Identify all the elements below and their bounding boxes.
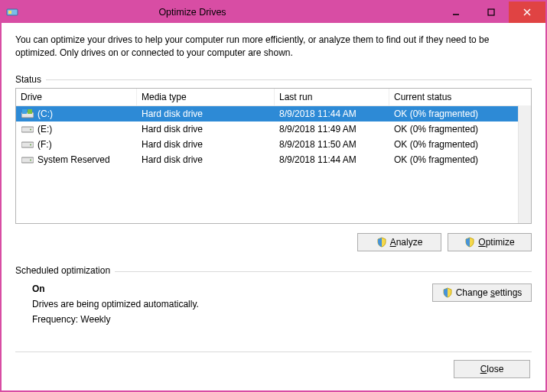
intro-text: You can optimize your drives to help you… bbox=[15, 34, 532, 60]
drive-name: (E:) bbox=[37, 124, 52, 134]
window-controls bbox=[438, 2, 545, 23]
drive-name: (F:) bbox=[37, 139, 52, 150]
hdd-icon bbox=[21, 140, 34, 149]
drive-media: Hard disk drive bbox=[137, 136, 275, 153]
drive-row[interactable]: (E:) Hard disk drive 8/9/2018 11:49 AM O… bbox=[16, 121, 531, 137]
titlebar[interactable]: Optimize Drives bbox=[2, 2, 545, 23]
optimize-button[interactable]: Optimize bbox=[448, 233, 532, 251]
drive-status: OK (0% fragmented) bbox=[389, 151, 531, 168]
shield-icon bbox=[376, 237, 387, 248]
status-section: Status Drive Media type Last run Current… bbox=[15, 74, 532, 265]
col-current-status[interactable]: Current status bbox=[389, 89, 531, 105]
sched-text: On Drives are being optimized automatica… bbox=[32, 283, 199, 329]
drive-last-run: 8/9/2018 11:44 AM bbox=[275, 151, 389, 168]
drive-row[interactable]: System Reserved Hard disk drive 8/9/2018… bbox=[16, 152, 531, 167]
action-buttons: Analyze Optimize bbox=[15, 233, 532, 251]
svg-rect-8 bbox=[28, 109, 32, 114]
col-media[interactable]: Media type bbox=[137, 89, 275, 105]
window-title: Optimize Drives bbox=[0, 7, 438, 18]
close-button[interactable] bbox=[509, 2, 545, 23]
svg-point-12 bbox=[30, 144, 31, 145]
divider bbox=[15, 352, 532, 352]
sched-label: Scheduled optimization bbox=[15, 265, 110, 276]
svg-rect-9 bbox=[21, 127, 34, 132]
hdd-icon bbox=[21, 155, 34, 164]
hdd-icon bbox=[21, 125, 34, 134]
close-dialog-button[interactable]: Close bbox=[454, 360, 530, 378]
drive-row[interactable]: (F:) Hard disk drive 8/9/2018 11:50 AM O… bbox=[16, 137, 531, 152]
shield-icon bbox=[442, 287, 453, 298]
maximize-button[interactable] bbox=[474, 2, 509, 23]
os-drive-icon bbox=[21, 109, 34, 118]
drive-status: OK (0% fragmented) bbox=[389, 136, 531, 153]
svg-rect-3 bbox=[488, 9, 494, 15]
optimize-drives-window: Optimize Drives You can optimize your dr… bbox=[0, 0, 547, 392]
col-last-run[interactable]: Last run bbox=[275, 89, 389, 105]
drive-name: System Reserved bbox=[37, 154, 110, 165]
footer: Close bbox=[15, 360, 532, 380]
drive-media: Hard disk drive bbox=[137, 121, 275, 138]
analyze-button[interactable]: Analyze bbox=[357, 233, 441, 251]
drive-media: Hard disk drive bbox=[137, 106, 275, 122]
shield-icon bbox=[464, 237, 475, 248]
drive-last-run: 8/9/2018 11:44 AM bbox=[275, 106, 389, 122]
svg-point-10 bbox=[30, 128, 31, 130]
svg-rect-11 bbox=[21, 142, 34, 147]
col-drive[interactable]: Drive bbox=[16, 89, 137, 105]
minimize-button[interactable] bbox=[438, 2, 474, 23]
drive-name: (C:) bbox=[37, 109, 53, 119]
drives-rows: (C:) Hard disk drive 8/9/2018 11:44 AM O… bbox=[16, 106, 531, 223]
divider bbox=[115, 271, 532, 272]
change-settings-button[interactable]: Change settings bbox=[432, 283, 532, 302]
sched-freq: Frequency: Weekly bbox=[32, 314, 199, 325]
svg-rect-7 bbox=[22, 109, 27, 114]
drives-list[interactable]: Drive Media type Last run Current status… bbox=[15, 88, 532, 224]
drive-status: OK (0% fragmented) bbox=[389, 106, 531, 122]
drives-header[interactable]: Drive Media type Last run Current status bbox=[16, 89, 531, 106]
divider bbox=[46, 79, 532, 80]
sched-state: On bbox=[32, 283, 199, 294]
content-area: You can optimize your drives to help you… bbox=[2, 23, 545, 390]
svg-rect-13 bbox=[21, 157, 34, 163]
drive-last-run: 8/9/2018 11:49 AM bbox=[275, 121, 389, 138]
scheduled-optimization-section: Scheduled optimization On Drives are bei… bbox=[15, 265, 532, 329]
drive-media: Hard disk drive bbox=[137, 151, 275, 168]
drive-row[interactable]: (C:) Hard disk drive 8/9/2018 11:44 AM O… bbox=[16, 106, 531, 121]
drive-last-run: 8/9/2018 11:50 AM bbox=[275, 136, 389, 153]
sched-desc: Drives are being optimized automatically… bbox=[32, 299, 199, 309]
svg-point-14 bbox=[30, 159, 31, 160]
scrollbar[interactable] bbox=[518, 105, 531, 223]
drive-status: OK (0% fragmented) bbox=[389, 121, 531, 138]
